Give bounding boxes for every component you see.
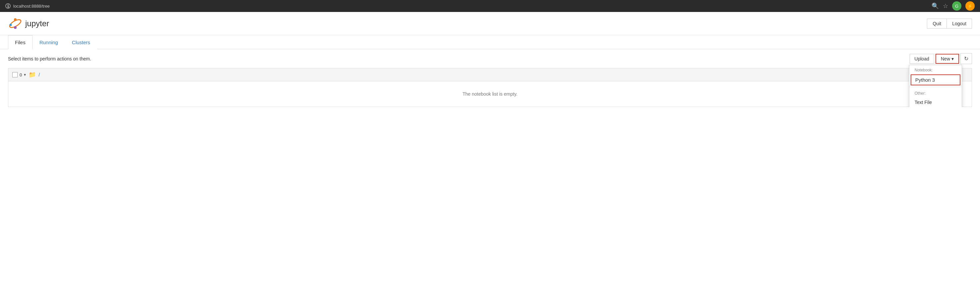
bulk-actions-dropdown[interactable]: ▾ <box>24 72 26 77</box>
svg-point-2 <box>14 26 17 29</box>
extension-icon[interactable]: ⚡ <box>966 1 975 11</box>
info-icon: ℹ <box>5 3 11 9</box>
tabs-bar: Files Running Clusters <box>0 35 980 49</box>
jupyter-header: jupyter Quit Logout <box>0 12 980 35</box>
header-buttons: Quit Logout <box>927 19 972 29</box>
new-dropdown-menu: Notebook: Python 3 Other: Text File Fold… <box>909 65 962 107</box>
select-all-area: 0 ▾ <box>12 72 26 77</box>
svg-point-1 <box>14 18 17 21</box>
select-all-checkbox[interactable] <box>12 72 18 77</box>
search-icon[interactable]: 🔍 <box>932 2 939 10</box>
empty-list-message: The notebook list is empty. <box>8 81 972 107</box>
account-icon[interactable]: G <box>952 1 961 11</box>
dropdown-divider <box>909 87 962 87</box>
quit-button[interactable]: Quit <box>927 19 947 29</box>
tab-files[interactable]: Files <box>8 35 33 49</box>
logout-button[interactable]: Logout <box>947 19 972 29</box>
jupyter-logo-icon <box>8 16 22 31</box>
refresh-button[interactable]: ↻ <box>961 53 972 64</box>
logo-text: jupyter <box>25 19 49 28</box>
text-file-option[interactable]: Text File <box>909 97 962 107</box>
toolbar-instruction: Select items to perform actions on them. <box>8 56 91 61</box>
address-bar: ℹ localhost:8888/tree <box>5 3 50 9</box>
file-list-header: 0 ▾ 📁 / Name ↓ <box>8 69 972 81</box>
notebook-section-label: Notebook: <box>909 65 962 74</box>
folder-icon: 📁 <box>29 71 36 78</box>
python3-option[interactable]: Python 3 <box>911 74 961 85</box>
jupyter-logo: jupyter <box>8 16 49 31</box>
upload-button[interactable]: Upload <box>910 54 934 64</box>
other-section-label: Other: <box>909 88 962 97</box>
browser-actions: 🔍 ☆ G ⚡ <box>932 1 975 11</box>
item-count: 0 <box>19 72 22 77</box>
toolbar: Select items to perform actions on them.… <box>0 49 980 68</box>
tab-clusters[interactable]: Clusters <box>65 35 97 49</box>
breadcrumb-path[interactable]: / <box>38 72 40 77</box>
url-text: localhost:8888/tree <box>13 4 50 9</box>
new-button[interactable]: New ▾ <box>935 54 959 64</box>
tab-running[interactable]: Running <box>33 35 65 49</box>
svg-point-3 <box>10 24 12 26</box>
toolbar-actions: Upload New ▾ ↻ Notebook: Python 3 Other:… <box>910 53 972 64</box>
file-list-container: 0 ▾ 📁 / Name ↓ The notebook list is empt… <box>8 68 972 107</box>
bookmark-icon[interactable]: ☆ <box>943 2 948 10</box>
browser-chrome: ℹ localhost:8888/tree 🔍 ☆ G ⚡ <box>0 0 980 12</box>
